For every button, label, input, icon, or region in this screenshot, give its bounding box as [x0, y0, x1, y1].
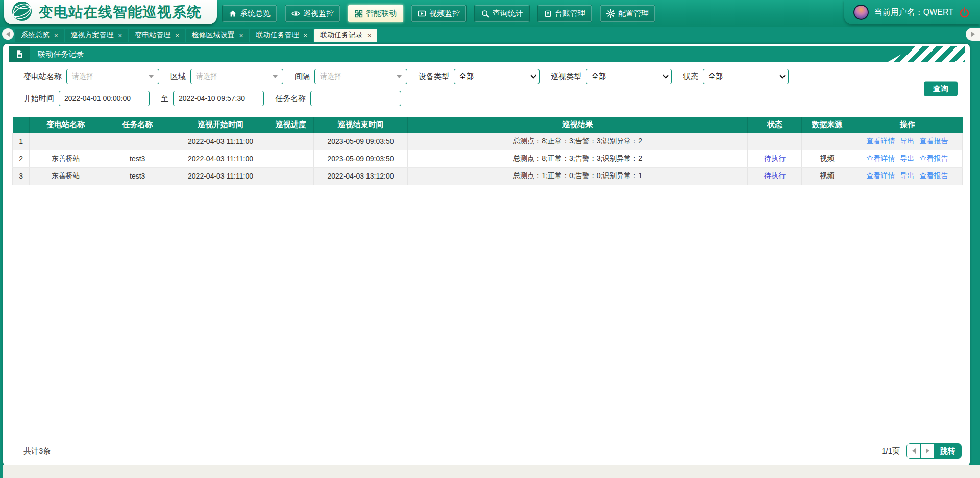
export-link[interactable]: 导出 [900, 154, 915, 162]
tab-close-icon[interactable]: × [239, 32, 243, 39]
cell-result: 总测点：8;正常：3;告警：3;识别异常：2 [408, 150, 748, 167]
select-chevron-icon [663, 72, 668, 78]
cell-station: 东善桥站 [30, 150, 102, 167]
cell-end-time: 2022-04-03 13:12:00 [313, 167, 407, 185]
cell-station [30, 133, 102, 150]
tab-检修区域设置[interactable]: 检修区域设置× [186, 29, 249, 42]
ledger-icon [544, 10, 552, 18]
end-time-input[interactable] [173, 91, 264, 106]
view-report-link[interactable]: 查看报告 [920, 171, 948, 180]
nav-button-label: 配置管理 [618, 9, 649, 18]
tab-联动任务管理[interactable]: 联动任务管理× [250, 29, 313, 42]
task-name-label: 任务名称 [275, 94, 306, 104]
col-end-time: 巡视结束时间 [313, 117, 407, 133]
station-select[interactable]: 请选择 [66, 69, 159, 84]
nav-button-label: 查询统计 [493, 9, 523, 18]
current-user-label: 当前用户名：QWERT [874, 7, 953, 18]
tab-变电站管理[interactable]: 变电站管理× [129, 29, 185, 42]
home-icon [229, 10, 237, 18]
tab-系统总览[interactable]: 系统总览× [15, 29, 64, 42]
start-time-input[interactable] [59, 91, 150, 106]
select-chevron-icon [779, 72, 785, 78]
nav-button-视频监控[interactable]: 视频监控 [411, 5, 467, 22]
device-type-select[interactable]: 全部 [454, 69, 540, 84]
export-link[interactable]: 导出 [900, 137, 915, 145]
cell-status [748, 133, 802, 150]
view-details-link[interactable]: 查看详情 [867, 171, 895, 180]
col-status: 状态 [748, 117, 802, 133]
table-row: 2 东善桥站 test3 2022-04-03 11:11:00 2023-05… [13, 150, 963, 167]
page-title: 联动任务记录 [38, 49, 84, 59]
view-report-link[interactable]: 查看报告 [920, 154, 948, 162]
col-progress: 巡视进度 [268, 117, 313, 133]
nav-button-查询统计[interactable]: 查询统计 [474, 5, 530, 22]
tab-close-icon[interactable]: × [54, 32, 58, 39]
task-name-input[interactable] [310, 91, 401, 106]
filter-row-1: 变电站名称 请选择 区域 请选择 间隔 请选择 设备类型 全部 巡视类型 全部 … [23, 69, 958, 84]
user-avatar [853, 5, 869, 20]
view-details-link[interactable]: 查看详情 [867, 137, 895, 145]
tab-label: 变电站管理 [135, 31, 170, 40]
cell-start-time: 2022-04-03 11:11:00 [173, 150, 268, 167]
status-label: 状态 [683, 72, 698, 82]
col-start-time: 巡视开始时间 [173, 117, 268, 133]
tab-close-icon[interactable]: × [303, 32, 307, 39]
nav-button-配置管理[interactable]: 配置管理 [600, 5, 655, 22]
area-select[interactable]: 请选择 [190, 69, 283, 84]
tab-scroll-right-button[interactable] [966, 28, 980, 41]
nav-button-巡视监控[interactable]: 巡视监控 [285, 5, 340, 22]
page-indicator: 1/1页 [881, 446, 900, 456]
pagination: 1/1页 跳转 [881, 443, 962, 459]
search-button[interactable]: 查询 [924, 82, 958, 96]
app-title: 变电站在线智能巡视系统 [39, 3, 202, 22]
tab-scroll-left-button[interactable] [2, 28, 14, 40]
logout-power-icon[interactable] [959, 7, 970, 18]
col-source: 数据来源 [802, 117, 852, 133]
next-page-button[interactable] [921, 444, 935, 458]
cell-task [102, 133, 173, 150]
tab-巡视方案管理[interactable]: 巡视方案管理× [65, 29, 128, 42]
chevron-left-icon [912, 448, 916, 454]
export-link[interactable]: 导出 [900, 171, 915, 180]
tab-close-icon[interactable]: × [118, 32, 122, 39]
jump-page-button[interactable]: 跳转 [935, 444, 961, 458]
cell-source: 视频 [802, 150, 852, 167]
user-box: 当前用户名：QWERT [844, 0, 980, 24]
open-tabs: 系统总览×巡视方案管理×变电站管理×检修区域设置×联动任务管理×联动任务记录× [15, 29, 377, 42]
select-chevron-icon [530, 72, 536, 78]
records-table: 变电站名称 任务名称 巡视开始时间 巡视进度 巡视结束时间 巡视结果 状态 数据… [12, 117, 963, 185]
smart-link-icon [355, 10, 363, 18]
prev-page-button[interactable] [907, 444, 921, 458]
nav-button-系统总览[interactable]: 系统总览 [222, 5, 277, 22]
cell-end-time: 2023-05-09 09:03:50 [313, 133, 407, 150]
table-row: 1 2022-04-03 11:11:00 2023-05-09 09:03:5… [13, 133, 963, 150]
status-select[interactable]: 全部 [703, 69, 789, 84]
station-label: 变电站名称 [23, 72, 62, 82]
patrol-type-select[interactable]: 全部 [586, 69, 672, 84]
nav-button-智能联动[interactable]: 智能联动 [348, 5, 403, 22]
cell-start-time: 2022-04-03 11:11:00 [173, 133, 268, 150]
chevron-right-icon [971, 32, 975, 37]
logo-globe-icon [11, 1, 33, 24]
tab-close-icon[interactable]: × [175, 32, 179, 39]
table-row: 3 东善桥站 test3 2022-04-03 11:11:00 2022-04… [13, 167, 963, 185]
nav-button-台账管理[interactable]: 台账管理 [537, 5, 592, 22]
tab-label: 检修区域设置 [192, 31, 235, 40]
table-footer: 共计3条 1/1页 跳转 [3, 443, 970, 465]
cell-actions: 查看详情导出查看报告 [852, 133, 963, 150]
cell-source: 视频 [802, 167, 852, 185]
interval-select[interactable]: 请选择 [314, 69, 407, 84]
view-report-link[interactable]: 查看报告 [920, 137, 948, 145]
eye-icon [291, 9, 300, 18]
dropdown-arrow-icon [273, 75, 278, 78]
cell-result: 总测点：1;正常：0;告警：0;识别异常：1 [408, 167, 748, 185]
cell-actions: 查看详情导出查看报告 [852, 167, 963, 185]
cell-start-time: 2022-04-03 11:11:00 [173, 167, 268, 185]
view-details-link[interactable]: 查看详情 [867, 154, 895, 162]
tab-label: 联动任务管理 [256, 31, 299, 40]
cell-status: 待执行 [748, 167, 802, 185]
col-result: 巡视结果 [408, 117, 748, 133]
tab-联动任务记录[interactable]: 联动任务记录× [314, 29, 377, 42]
tab-close-icon[interactable]: × [368, 32, 372, 39]
area-label: 区域 [170, 72, 186, 82]
